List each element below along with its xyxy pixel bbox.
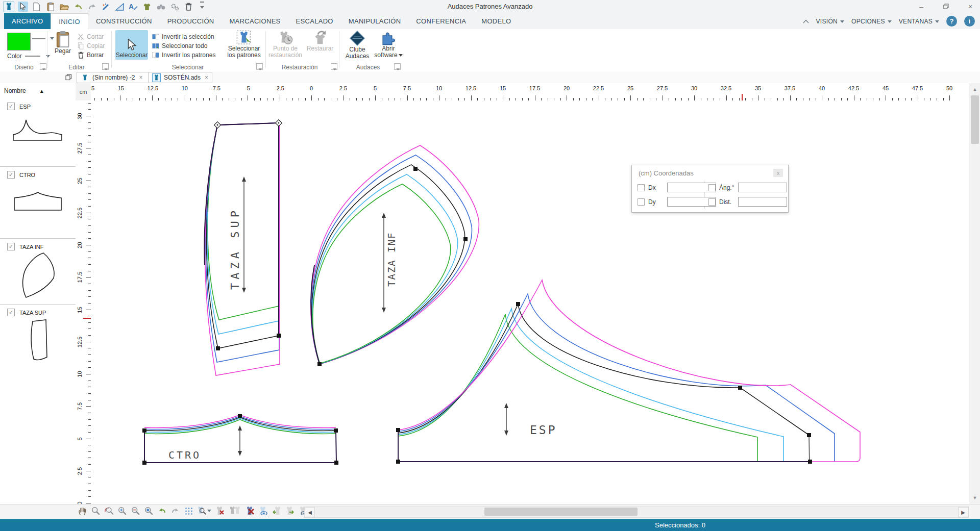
select-patterns-button[interactable]: Seleccionarlos patrones [224,30,264,59]
undo-icon[interactable] [73,2,83,12]
open-software-button[interactable]: Abrirsoftware [374,30,403,59]
settings-gears-icon[interactable] [169,2,180,12]
pattern-delete-icon[interactable] [245,506,255,516]
text-tool-icon[interactable]: A [128,2,138,12]
list-item-ctro[interactable]: ✓ CTRO [0,167,76,239]
zoom-out-icon[interactable] [131,506,140,516]
tab-modelo[interactable]: MODELO [474,13,519,29]
dist-input[interactable] [738,197,787,207]
doc-tab-sosten[interactable]: SOSTÉN.ads × [148,72,212,83]
app-logo-icon[interactable] [3,1,14,12]
close-button[interactable]: × [965,3,976,11]
horizontal-scroll-thumb[interactable] [484,508,638,516]
paste-button[interactable]: Pegar [51,31,75,55]
checkbox[interactable]: ✓ [7,309,15,316]
menu-ventanas[interactable]: VENTANAS [899,18,939,25]
audaces-dialog-launcher[interactable] [394,63,401,70]
vertical-scroll-thumb[interactable] [971,95,979,144]
trash-icon[interactable] [183,2,193,12]
zoom-previous-icon[interactable] [104,506,114,516]
redo-icon[interactable] [87,2,97,12]
shirt-icon[interactable] [142,2,152,12]
tab-produccion[interactable]: PRODUCCIÓN [160,13,222,29]
checkbox[interactable]: ✓ [7,171,15,179]
pattern-next-icon[interactable] [285,506,295,516]
delete-button[interactable]: Borrar [78,51,104,59]
tab-conferencia[interactable]: CONFERENCIA [408,13,474,29]
horizontal-scrollbar[interactable]: ◀ ▶ [304,507,969,518]
pattern-hide-icon[interactable] [215,506,225,516]
selected-point-marker[interactable] [276,120,282,127]
coordinates-panel[interactable]: (cm) Coordenadas x Dx Áng.° Dy Dist. [631,165,789,213]
pattern-piece-taza-inf[interactable]: TAZA INF [311,145,479,366]
vertical-scrollbar[interactable]: ▲ ▼ [969,83,980,504]
scroll-left-icon[interactable]: ◀ [305,507,315,517]
menu-opciones[interactable]: OPCIONES [851,18,892,25]
pattern-previous-icon[interactable] [272,506,281,516]
angle-input[interactable] [738,183,787,192]
dy-checkbox[interactable] [638,198,645,206]
restore-point-button[interactable]: Punto derestauración [270,30,301,59]
color-label-row[interactable]: Color [7,53,50,60]
binoculars-icon[interactable] [156,2,166,12]
cut-button[interactable]: Cortar [78,33,104,41]
patterns-pair-icon[interactable] [228,506,241,516]
tab-inicio[interactable]: INICIO [51,13,88,29]
tab-construccion[interactable]: CONSTRUCCIÓN [88,13,160,29]
dist-checkbox[interactable] [708,198,716,206]
scroll-down-icon[interactable]: ▼ [969,493,980,503]
select-tool-icon[interactable] [18,2,28,12]
pattern-preview-icon[interactable] [258,506,268,516]
view-redo-icon[interactable] [170,506,180,516]
zoom-in-icon[interactable] [117,506,127,516]
tab-archivo[interactable]: ARCHIVO [4,13,51,29]
list-item-esp[interactable]: ✓ ESP [0,98,76,167]
draw-tools-icon[interactable] [101,2,111,12]
dx-checkbox[interactable] [638,184,645,191]
view-undo-icon[interactable] [157,506,167,516]
help-button[interactable]: ? [946,16,957,27]
color-swatch[interactable] [7,33,31,50]
scroll-up-icon[interactable]: ▲ [969,84,980,94]
restauracion-dialog-launcher[interactable] [331,63,337,70]
grid-icon[interactable] [184,506,193,516]
set-square-icon[interactable] [114,2,125,12]
zoom-selection-icon[interactable] [144,506,154,516]
drawing-canvas[interactable]: TAZA SUP TAZA INF [91,100,969,504]
info-button[interactable]: i [964,16,975,27]
copy-button[interactable]: Copiar [78,42,105,50]
new-document-icon[interactable] [32,2,42,12]
panel-close-button[interactable]: x [773,169,783,177]
doc-tab-sin-nombre[interactable]: (Sin nombre) -2 × [77,72,152,83]
restore-button[interactable]: Restaurar [304,30,336,52]
selected-point-marker[interactable] [214,122,221,129]
select-all-button[interactable]: Seleccionar todo [152,42,207,50]
editar-dialog-launcher[interactable] [102,63,109,70]
zoom-icon[interactable] [91,506,101,516]
tab-marcaciones[interactable]: MARCACIONES [222,13,288,29]
select-button[interactable]: Seleccionar [115,30,148,60]
pattern-piece-taza-sup[interactable]: TAZA SUP [204,120,282,375]
paste-icon[interactable] [45,2,56,12]
sort-ascending-icon[interactable]: ▲ [39,88,44,94]
tab-escalado[interactable]: ESCALADO [288,13,341,29]
checkbox[interactable]: ✓ [7,243,15,250]
checkbox[interactable]: ✓ [7,103,15,110]
restore-button[interactable] [940,3,951,11]
open-folder-icon[interactable] [59,2,69,12]
collapse-ribbon-icon[interactable] [803,18,809,25]
tab-manipulacion[interactable]: MANIPULACIÓN [341,13,409,29]
menu-vision[interactable]: VISIÓN [816,18,844,25]
invert-selection-button[interactable]: Invertir la selección [152,33,214,41]
pattern-piece-ctro[interactable]: CTRO [142,414,338,465]
pattern-list-header[interactable]: Nombre ▲ [0,83,76,98]
tab-close-icon[interactable]: × [139,74,142,81]
invert-patterns-button[interactable]: Invertir los patrones [152,51,215,59]
diseno-dialog-launcher[interactable] [40,63,46,70]
toolbar-overflow-icon[interactable] [197,2,207,12]
seleccionar-dialog-launcher[interactable] [256,63,263,70]
clube-audaces-button[interactable]: ClubeAudaces [343,30,372,60]
angle-checkbox[interactable] [708,184,716,191]
list-item-taza-inf[interactable]: ✓ TAZA INF [0,239,76,305]
pattern-piece-esp[interactable]: ESP [396,280,860,464]
